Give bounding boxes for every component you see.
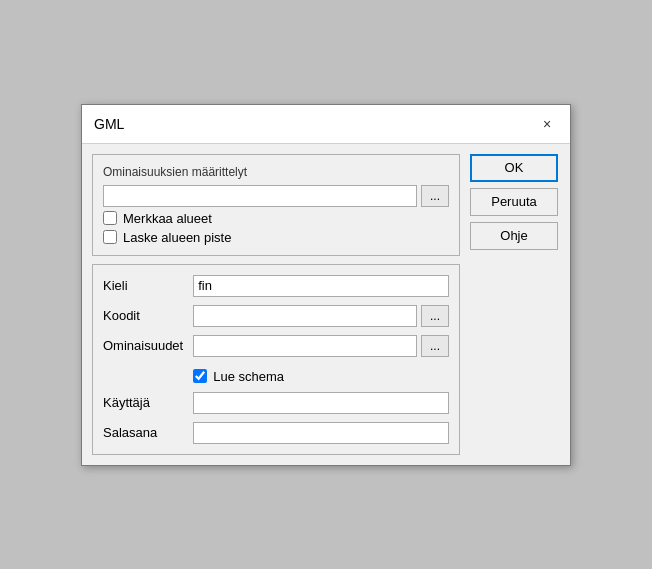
ominaisuudet-input[interactable] bbox=[193, 335, 417, 357]
kieli-input[interactable] bbox=[193, 275, 449, 297]
lue-schema-checkbox[interactable] bbox=[193, 369, 207, 383]
kayttaja-label: Käyttäjä bbox=[103, 395, 183, 410]
bottom-section: Kieli Koodit ... Ominaisuudet ... bbox=[92, 264, 460, 455]
right-panel: OK Peruuta Ohje bbox=[470, 154, 560, 455]
ominaisuudet-browse-button[interactable]: ... bbox=[421, 335, 449, 357]
koodit-input-row: ... bbox=[193, 305, 449, 327]
form-grid: Kieli Koodit ... Ominaisuudet ... bbox=[103, 275, 449, 444]
lue-schema-row: Lue schema bbox=[193, 369, 449, 384]
salasana-label: Salasana bbox=[103, 425, 183, 440]
top-section: Ominaisuuksien määrittelyt ... Merkkaa a… bbox=[92, 154, 460, 256]
koodit-input[interactable] bbox=[193, 305, 417, 327]
salasana-input-row bbox=[193, 422, 449, 444]
title-bar: GML × bbox=[82, 105, 570, 144]
ominaisuudet-label: Ominaisuudet bbox=[103, 338, 183, 353]
ominaisuudet-maari-browse-button[interactable]: ... bbox=[421, 185, 449, 207]
close-button[interactable]: × bbox=[536, 113, 558, 135]
top-input-row: ... bbox=[103, 185, 449, 207]
merkkaa-alueet-row: Merkkaa alueet bbox=[103, 211, 449, 226]
ominaisuudet-maari-input[interactable] bbox=[103, 185, 417, 207]
koodit-browse-button[interactable]: ... bbox=[421, 305, 449, 327]
kayttaja-input-row bbox=[193, 392, 449, 414]
peruuta-button[interactable]: Peruuta bbox=[470, 188, 558, 216]
laske-alueen-piste-row: Laske alueen piste bbox=[103, 230, 449, 245]
dialog-body: Ominaisuuksien määrittelyt ... Merkkaa a… bbox=[82, 144, 570, 465]
ominaisuudet-input-row: ... bbox=[193, 335, 449, 357]
merkkaa-alueet-checkbox[interactable] bbox=[103, 211, 117, 225]
kieli-input-row bbox=[193, 275, 449, 297]
lue-schema-label: Lue schema bbox=[213, 369, 284, 384]
laske-alueen-piste-label: Laske alueen piste bbox=[123, 230, 231, 245]
ohje-button[interactable]: Ohje bbox=[470, 222, 558, 250]
dialog-title: GML bbox=[94, 116, 124, 132]
kieli-label: Kieli bbox=[103, 278, 183, 293]
salasana-input[interactable] bbox=[193, 422, 449, 444]
laske-alueen-piste-checkbox[interactable] bbox=[103, 230, 117, 244]
top-section-label: Ominaisuuksien määrittelyt bbox=[103, 165, 449, 179]
kayttaja-input[interactable] bbox=[193, 392, 449, 414]
merkkaa-alueet-label: Merkkaa alueet bbox=[123, 211, 212, 226]
ok-button[interactable]: OK bbox=[470, 154, 558, 182]
left-panel: Ominaisuuksien määrittelyt ... Merkkaa a… bbox=[92, 154, 460, 455]
dialog-window: GML × Ominaisuuksien määrittelyt ... Mer… bbox=[81, 104, 571, 466]
koodit-label: Koodit bbox=[103, 308, 183, 323]
